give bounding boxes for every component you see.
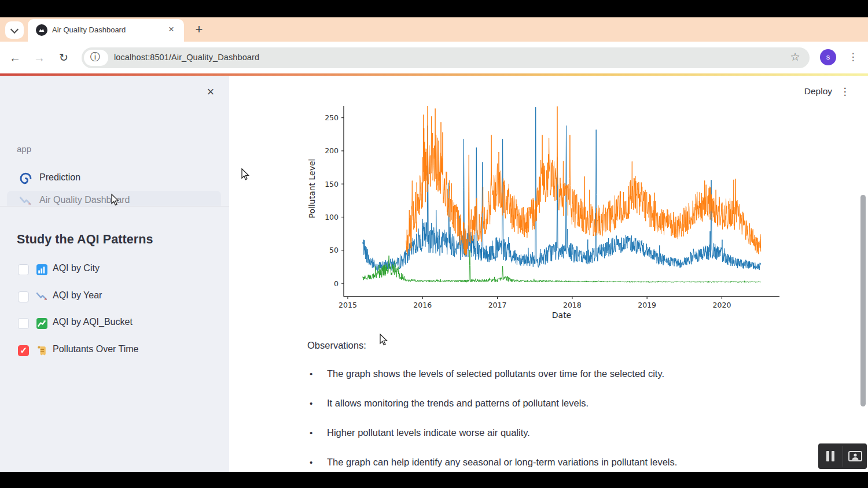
cyclone-icon xyxy=(19,172,32,185)
svg-text:Date: Date xyxy=(552,310,571,320)
checkbox[interactable] xyxy=(18,264,29,275)
back-button[interactable]: ← xyxy=(7,50,23,66)
svg-text:0: 0 xyxy=(334,279,339,288)
tab-search-button[interactable] xyxy=(5,21,24,39)
address-bar[interactable]: ⓘ localhost:8501/Air_Quality_Dashboard xyxy=(82,47,810,68)
bookmark-star-button[interactable]: ☆ xyxy=(787,49,803,65)
observation-bullet: •Higher pollutant levels indicate worse … xyxy=(307,427,782,439)
screen: Air Quality Dashboard × + – ✕ ← → ↻ ⓘ lo… xyxy=(0,0,868,488)
svg-text:2017: 2017 xyxy=(488,301,507,309)
observation-bullet: •It allows monitoring the trends and pat… xyxy=(307,397,782,409)
chevron-down-icon xyxy=(10,25,19,34)
svg-text:2018: 2018 xyxy=(563,301,582,309)
tab-close-button[interactable]: × xyxy=(165,24,177,35)
svg-text:2016: 2016 xyxy=(413,301,432,309)
chart-decreasing-icon xyxy=(36,291,48,303)
checkbox-label[interactable]: AQI by City xyxy=(53,263,100,273)
checkbox-row-pollutants-over-time[interactable]: Pollutants Over Time xyxy=(17,343,208,358)
site-info-icon: ⓘ xyxy=(90,50,100,64)
checkbox-row-aqi-by-year[interactable]: AQI by Year xyxy=(17,290,208,305)
pause-button[interactable] xyxy=(825,450,836,462)
svg-text:250: 250 xyxy=(325,113,339,122)
checkbox[interactable] xyxy=(18,291,29,302)
sidebar-heading: Study the AQI Patterns xyxy=(17,232,153,247)
checkbox-row-aqi-by-city[interactable]: AQI by City xyxy=(17,263,208,278)
svg-text:2019: 2019 xyxy=(638,301,656,309)
checkbox[interactable] xyxy=(18,318,29,329)
recording-overlay xyxy=(818,443,867,469)
sidebar-nav-clip: Air Quality Dashboard xyxy=(0,190,229,206)
profile-avatar[interactable]: s xyxy=(820,49,836,65)
observation-bullet: •The graph shows the levels of selected … xyxy=(307,368,782,380)
sidebar-item-air-quality-dashboard[interactable]: Air Quality Dashboard xyxy=(7,191,221,206)
browser-toolbar: ← → ↻ ⓘ localhost:8501/Air_Quality_Dashb… xyxy=(0,42,868,73)
url-text: localhost:8501/Air_Quality_Dashboard xyxy=(114,53,259,62)
svg-text:50: 50 xyxy=(329,246,339,254)
checkbox-label[interactable]: Pollutants Over Time xyxy=(53,344,139,354)
pollutants-over-time-chart: 201520162017201820192020050100150200250D… xyxy=(307,102,787,324)
checkbox-row-aqi-by-aqi-bucket[interactable]: AQI by AQI_Bucket xyxy=(17,316,208,331)
reload-button[interactable]: ↻ xyxy=(56,50,72,66)
deploy-button[interactable]: Deploy xyxy=(804,86,832,97)
page-scrollbar[interactable] xyxy=(860,195,866,406)
browser-menu-button[interactable]: ⋮ xyxy=(846,49,860,65)
browser-tab-strip: Air Quality Dashboard × + – ✕ xyxy=(0,17,868,42)
divider xyxy=(843,446,843,467)
sidebar: × app Prediction Air Quality Dashboard S… xyxy=(0,76,229,472)
forward-button[interactable]: → xyxy=(31,50,47,66)
scroll-icon xyxy=(36,345,48,357)
main-content: Deploy ⋮ 2015201620172018201920200501001… xyxy=(229,76,868,472)
app-menu-button[interactable]: ⋮ xyxy=(838,84,852,99)
letterbox-bottom xyxy=(0,472,868,488)
svg-text:200: 200 xyxy=(325,146,339,155)
sidebar-item-prediction[interactable]: Prediction xyxy=(7,168,221,189)
checkbox[interactable] xyxy=(18,345,29,356)
new-tab-button[interactable]: + xyxy=(192,22,207,37)
sidebar-close-button[interactable]: × xyxy=(203,84,219,100)
observations-title: Observations: xyxy=(307,340,366,351)
tab-title: Air Quality Dashboard xyxy=(52,25,126,34)
sidebar-item-label: Air Quality Dashboard xyxy=(39,195,130,205)
letterbox-top xyxy=(0,0,868,17)
observation-bullet: •The graph can help identify any seasona… xyxy=(307,456,782,468)
sidebar-item-label: Prediction xyxy=(39,172,80,183)
sidebar-divider xyxy=(0,206,229,206)
browser-tab[interactable]: Air Quality Dashboard × xyxy=(28,19,184,42)
streamlit-favicon-icon xyxy=(36,24,47,36)
observations-list: •The graph shows the levels of selected … xyxy=(307,368,782,472)
sidebar-section-label: app xyxy=(17,144,31,154)
webcam-toggle-button[interactable] xyxy=(848,451,862,461)
checkbox-label[interactable]: AQI by Year xyxy=(53,290,102,301)
checkbox-label[interactable]: AQI by AQI_Bucket xyxy=(53,317,133,327)
chart-decreasing-icon xyxy=(19,194,32,206)
svg-text:2020: 2020 xyxy=(713,301,731,309)
svg-text:Pollutant Level: Pollutant Level xyxy=(307,159,317,219)
svg-text:100: 100 xyxy=(325,213,339,221)
svg-text:150: 150 xyxy=(325,180,339,188)
bar-chart-icon xyxy=(36,264,48,276)
chart-increasing-icon xyxy=(36,317,48,330)
svg-text:2015: 2015 xyxy=(339,301,357,309)
